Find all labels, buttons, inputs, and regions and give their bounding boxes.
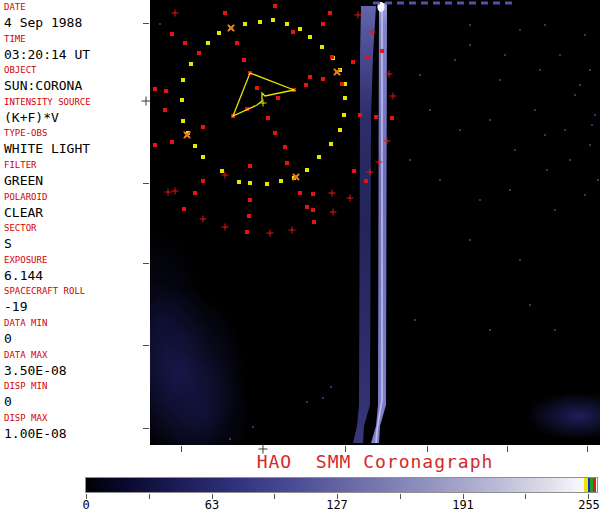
field-label: POLAROID (4, 192, 150, 203)
frame-tick-left (143, 263, 149, 264)
colorbar-tick (525, 494, 526, 499)
metadata-field: DATE4 Sep 1988 (4, 2, 150, 34)
metadata-field: FILTERGREEN (4, 160, 150, 192)
field-value: 1.00E-08 (4, 426, 150, 441)
field-label: FILTER (4, 160, 150, 171)
field-label: TYPE-OBS (4, 128, 150, 139)
field-label: SECTOR (4, 223, 150, 234)
field-label: DISP MAX (4, 413, 150, 424)
field-label: TIME (4, 34, 150, 45)
field-value: CLEAR (4, 205, 150, 220)
field-value: 3.50E-08 (4, 363, 150, 378)
frame-tick-left (143, 183, 149, 184)
image-panel[interactable] (150, 0, 600, 445)
frame-tick-bottom (181, 446, 182, 452)
colorbar-saturation-stripe (593, 478, 596, 492)
field-label: INTENSITY SOURCE (4, 97, 150, 108)
colorbar-tick (149, 494, 150, 499)
field-label: OBJECT (4, 65, 150, 76)
frame-tick-left (143, 23, 149, 24)
field-label: DATE (4, 2, 150, 13)
metadata-field: EXPOSURE6.144 (4, 255, 150, 287)
metadata-field: TIME03:20:14 UT (4, 34, 150, 66)
metadata-field: OBJECTSUN:CORONA (4, 65, 150, 97)
colorbar-tick-label: 127 (326, 499, 348, 511)
metadata-field: TYPE-OBSWHITE LIGHT (4, 128, 150, 160)
metadata-field: DISP MAX1.00E-08 (4, 413, 150, 445)
colorbar-tick-label: 63 (205, 499, 219, 511)
colorbar-tick-label: 0 (82, 499, 89, 511)
field-value: GREEN (4, 173, 150, 188)
frame-tick-bottom (345, 446, 346, 452)
field-value: 0 (4, 394, 150, 409)
colorbar (85, 477, 598, 493)
field-value: SUN:CORONA (4, 78, 150, 93)
field-label: EXPOSURE (4, 255, 150, 266)
frame-tick-left (143, 345, 149, 346)
field-value: WHITE LIGHT (4, 141, 150, 156)
field-value: 03:20:14 UT (4, 47, 150, 62)
colorbar-tick-label: 191 (452, 499, 474, 511)
frame-tick-left (143, 428, 149, 429)
frame-tick-bottom (427, 446, 428, 452)
colorbar-tick-label: 255 (578, 499, 600, 511)
metadata-field: DATA MIN0 (4, 318, 150, 350)
field-value: 0 (4, 331, 150, 346)
metadata-field: DISP MIN0 (4, 381, 150, 413)
field-label: SPACECRAFT ROLL (4, 286, 150, 297)
field-label: DATA MAX (4, 350, 150, 361)
field-value: (K+F)*V (4, 110, 150, 125)
field-value: 6.144 (4, 268, 150, 283)
colorbar-tick (274, 494, 275, 499)
field-value: S (4, 236, 150, 251)
field-label: DATA MIN (4, 318, 150, 329)
metadata-field: SECTORS (4, 223, 150, 255)
metadata-field: SPACECRAFT ROLL-19 (4, 286, 150, 318)
colorbar-tick (400, 494, 401, 499)
pointing-polygon (233, 73, 294, 116)
frame-tick-bottom (507, 446, 508, 452)
metadata-field: INTENSITY SOURCE(K+F)*V (4, 97, 150, 129)
metadata-sidebar: DATE4 Sep 1988TIME03:20:14 UTOBJECTSUN:C… (0, 0, 150, 445)
field-value: 4 Sep 1988 (4, 15, 150, 30)
metadata-field: POLAROIDCLEAR (4, 192, 150, 224)
metadata-field: DATA MAX3.50E-08 (4, 350, 150, 382)
smm-coronagraph-viewer: DATE4 Sep 1988TIME03:20:14 UTOBJECTSUN:C… (0, 0, 600, 512)
field-label: DISP MIN (4, 381, 150, 392)
frame-cross-mark (259, 445, 268, 454)
pointing-overlay (150, 0, 600, 445)
field-value: -19 (4, 299, 150, 314)
frame-tick-bottom (587, 446, 588, 452)
image-title: HAO SMM Coronagraph (150, 452, 600, 472)
